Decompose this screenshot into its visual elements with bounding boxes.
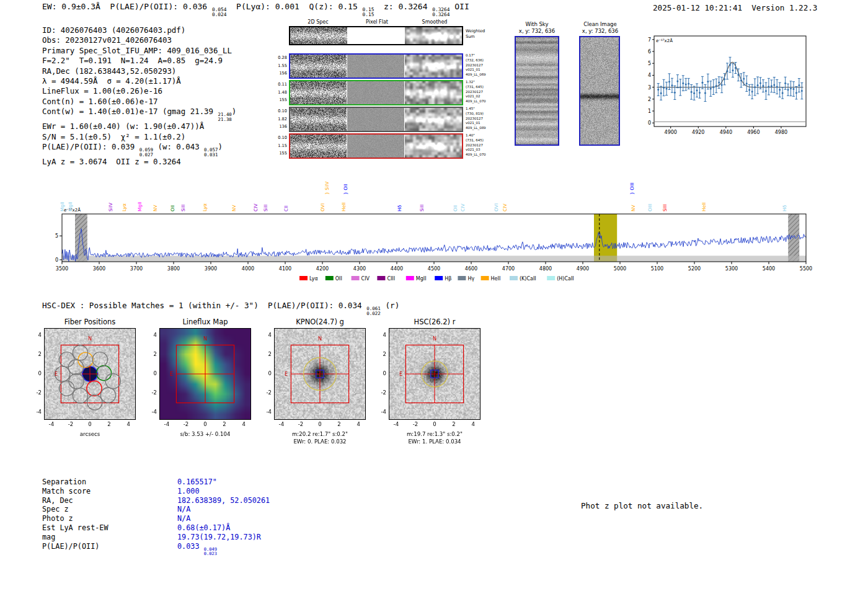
fiber-2d-spec-strip — [290, 108, 347, 131]
match-row: RA, Dec182.638389, 52.050261 — [42, 496, 270, 505]
legend-item: (K)CaII — [520, 276, 536, 282]
cutout-caption: m:19.7 re:1.3" s:0.2" — [373, 431, 497, 437]
emission-line-label: OVI — [494, 203, 499, 211]
stacked-uncertainty: 0.150.15 — [363, 7, 374, 17]
north-label: N — [88, 336, 92, 342]
svg-text:e⁻¹⁷x2Å: e⁻¹⁷x2Å — [656, 38, 673, 43]
emission-line-label: SiII — [419, 205, 425, 211]
x-tick-label: 0 — [314, 421, 326, 427]
match-row: Separation0.165517" — [42, 478, 270, 487]
svg-text:3700: 3700 — [130, 266, 143, 272]
match-label: mag — [42, 533, 177, 542]
emission-line-label: } OII — [343, 184, 348, 195]
emission-line-label: MgII — [137, 202, 143, 211]
legend-item: CIV — [361, 276, 370, 282]
with-sky-image — [515, 36, 559, 146]
match-row: Est LyA rest-EW0.68(±0.17)Å — [42, 523, 270, 533]
emission-line-label: Hδ — [782, 205, 787, 211]
svg-text:3600: 3600 — [93, 266, 105, 272]
cutout-title: HSC(26.2) r — [383, 318, 486, 326]
fiber-smoothed-strip — [405, 135, 462, 158]
info-line: LyA z = 3.0674 OII z = 0.3264 — [42, 157, 236, 167]
detection-info-block: ID: 4026076403 (4026076403.pdf)Obs: 2023… — [42, 25, 236, 167]
emission-line-label: OVI — [320, 203, 326, 211]
match-row: Match score1.000 — [42, 487, 270, 496]
match-label: Spec z — [42, 505, 177, 514]
x-tick-label: -4 — [390, 421, 402, 427]
x-tick-label: 4 — [352, 421, 365, 427]
svg-text:4920: 4920 — [692, 130, 704, 135]
match-value: N/A — [177, 514, 190, 523]
stacked-uncertainty: 0.32640.3264 — [432, 7, 450, 17]
timestamp-version: 2025-01-12 10:21:41 Version 1.22.3 — [653, 3, 817, 12]
svg-text:4100: 4100 — [279, 266, 291, 272]
fiber-2d-spec-strip — [290, 81, 347, 104]
catalog-match-table: Separation0.165517"Match score1.000RA, D… — [42, 478, 270, 556]
match-label: Match score — [42, 487, 177, 496]
svg-text:3: 3 — [648, 85, 651, 91]
clean-image — [579, 36, 620, 146]
emission-line-label: OII — [170, 205, 175, 211]
info-line: LineFlux = 1.00(±0.26)e-16 — [42, 86, 236, 96]
info-line: Cont(w) = 1.40(±0.01)e-17 (gmag 21.39 21… — [42, 107, 236, 122]
svg-text:1: 1 — [648, 109, 651, 114]
y-tick-label: 0 — [28, 370, 42, 376]
fiber-row-weights: 0.111.48155 — [268, 81, 287, 104]
match-value: N/A — [177, 505, 190, 514]
legend-item: MgII — [416, 276, 427, 282]
fiber-pixel-flat-strip — [347, 55, 404, 78]
stacked-uncertainty: 0.0490.023 — [204, 547, 217, 556]
emission-line-label: CIV — [502, 203, 508, 211]
emission-line-label: CIV — [253, 203, 259, 211]
x-tick-label: 2 — [218, 421, 231, 427]
x-tick-label: -2 — [64, 421, 77, 427]
x-tick-label: -2 — [294, 421, 307, 427]
info-line: ID: 4026076403 (4026076403.pdf) — [42, 25, 236, 35]
full-spectrum-plot: 3500360037003800390040004100420043004400… — [53, 172, 812, 290]
match-label: RA, Dec — [42, 496, 177, 505]
x-tick-label: -2 — [409, 421, 422, 427]
fiber-row-info: 1.40"(731, 645)20230127v021_03409_LL_070 — [466, 133, 504, 158]
svg-text:5300: 5300 — [725, 266, 738, 272]
cutout-overlay: NE — [275, 329, 365, 419]
y-tick-label: 2 — [373, 351, 386, 357]
cutout-overlay: NE — [45, 329, 135, 419]
elixer-report: EW: 0.9±0.3Å P(LAE)/P(OII): 0.036 0.0540… — [0, 0, 868, 591]
svg-text:4500: 4500 — [428, 266, 440, 272]
stacked-uncertainty: 0.0590.027 — [140, 148, 153, 157]
legend-item: HeII — [491, 276, 501, 282]
fiber-row-weights: 0.101.82136 — [268, 107, 287, 131]
cutout-title: Fiber Positions — [38, 318, 141, 326]
x-tick-label: 0 — [84, 421, 96, 427]
cutout-overlay: NE — [160, 329, 250, 419]
emission-line-label: } SiIV — [324, 181, 330, 195]
hsc-dex-match-line: HSC-DEX : Possible Matches = 1 (within +… — [42, 301, 399, 316]
x-tick-label: 4 — [122, 421, 135, 427]
legend-item: Lyα — [309, 276, 318, 282]
emission-line-label: SiIV — [108, 202, 113, 211]
info-line: P(LAE)/P(OII): 0.039 0.0590.027 (w: 0.04… — [42, 142, 236, 157]
stacked-uncertainty: 21.4021.38 — [218, 112, 231, 122]
y-tick-label: 2 — [258, 351, 272, 357]
column-header-2d-spec: 2D Spec — [290, 19, 346, 25]
stacked-uncertainty: 0.0570.031 — [204, 148, 218, 157]
y-tick-label: 4 — [143, 332, 157, 338]
fiber-row-info: 1.45"(730, 819)20230127v021_01409_LL_089 — [466, 107, 504, 131]
legend-item: CIII — [387, 276, 395, 282]
cutout-title: Lineflux Map — [154, 318, 257, 326]
cutout-caption: arcsecs — [28, 431, 152, 437]
column-header-smoothed: Smoothed — [407, 19, 463, 25]
y-tick-label: -4 — [143, 409, 157, 415]
emission-line-label: CIV — [460, 203, 466, 211]
match-value: 0.033 0.0490.023 — [177, 542, 217, 556]
match-row: P(LAE)/P(OII)0.033 0.0490.023 — [42, 542, 270, 556]
info-line: Obs: 20230127v021_4026076403 — [42, 35, 236, 45]
svg-text:4600: 4600 — [465, 266, 477, 272]
svg-text:5: 5 — [55, 233, 58, 239]
emission-line-label: OII — [453, 205, 458, 211]
match-row: Photo zN/A — [42, 514, 270, 523]
fiber-smoothed-strip — [405, 81, 462, 104]
fiber-pixel-flat-strip — [347, 108, 404, 131]
y-tick-label: -2 — [143, 389, 157, 396]
svg-text:4700: 4700 — [502, 266, 515, 272]
